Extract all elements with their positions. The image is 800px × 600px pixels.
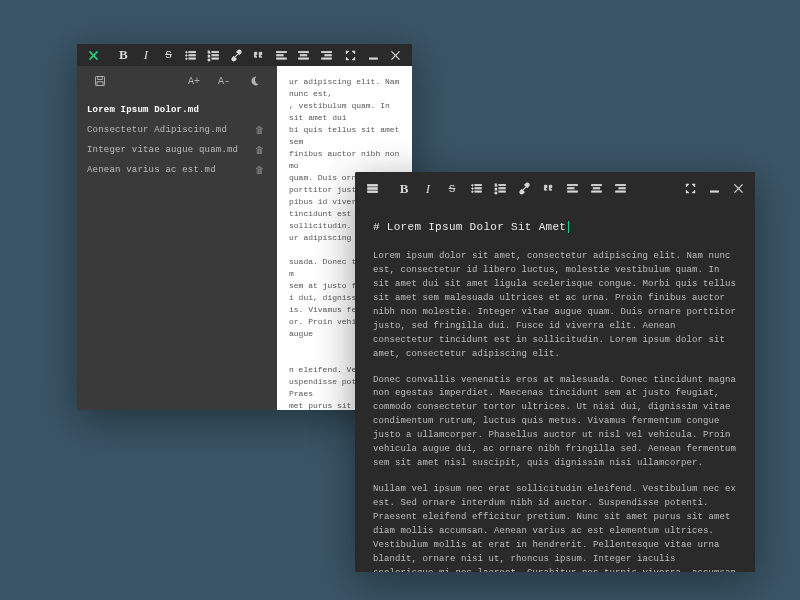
align-left-button[interactable] <box>561 178 583 200</box>
toolbar: B I S 123 <box>355 172 755 205</box>
italic-button[interactable]: I <box>136 44 157 66</box>
svg-rect-9 <box>212 51 219 52</box>
minimize-button[interactable] <box>703 178 725 200</box>
file-item[interactable]: Consectetur Adipiscing.md 🗑 <box>77 120 277 140</box>
svg-rect-43 <box>498 191 505 192</box>
svg-rect-5 <box>189 54 196 55</box>
svg-rect-45 <box>567 188 574 189</box>
paragraph: Nullam vel ipsum nec erat sollicitudin e… <box>373 483 737 572</box>
svg-text:3: 3 <box>494 191 497 195</box>
link-button[interactable] <box>226 44 247 66</box>
svg-rect-3 <box>189 51 196 52</box>
close-sidebar-button[interactable] <box>83 44 104 66</box>
delete-icon[interactable]: 🗑 <box>255 165 267 176</box>
svg-rect-30 <box>367 188 377 190</box>
unordered-list-button[interactable] <box>181 44 202 66</box>
align-right-button[interactable] <box>316 44 337 66</box>
paragraph: Lorem ipsum dolor sit amet, consectetur … <box>373 250 737 362</box>
svg-rect-50 <box>615 184 625 185</box>
svg-rect-53 <box>710 191 718 192</box>
document-heading: # Lorem Ipsum Dolor Sit Amet <box>373 219 737 236</box>
svg-rect-51 <box>618 188 625 189</box>
svg-rect-29 <box>367 184 377 186</box>
ordered-list-button[interactable]: 123 <box>203 44 224 66</box>
svg-rect-41 <box>498 188 505 189</box>
file-item[interactable]: Aenean varius ac est.md 🗑 <box>77 160 277 180</box>
svg-rect-49 <box>591 191 601 192</box>
paragraph: Donec convallis venenatis eros at malesu… <box>373 374 737 472</box>
window-editor: B I S 123 # Lorem Ipsum Dolor Sit Amet L… <box>355 172 755 572</box>
svg-rect-20 <box>321 51 331 52</box>
svg-rect-16 <box>276 57 286 58</box>
svg-rect-44 <box>567 184 577 185</box>
svg-rect-13 <box>212 57 219 58</box>
svg-rect-15 <box>276 54 283 55</box>
svg-rect-31 <box>367 191 377 193</box>
svg-rect-35 <box>474 188 481 189</box>
menu-button[interactable] <box>361 178 383 200</box>
svg-rect-14 <box>276 51 286 52</box>
svg-rect-18 <box>300 54 307 55</box>
strikethrough-button[interactable]: S <box>441 178 463 200</box>
file-item[interactable]: Lorem Ipsum Dolor.md <box>77 100 277 120</box>
toolbar: B I S 123 <box>77 44 412 66</box>
ordered-list-button[interactable]: 123 <box>489 178 511 200</box>
sidebar: A+ A- Lorem Ipsum Dolor.md Consectetur A… <box>77 66 277 410</box>
sidebar-toolbar: A+ A- <box>77 66 277 96</box>
svg-rect-7 <box>189 57 196 58</box>
svg-rect-46 <box>567 191 577 192</box>
svg-rect-23 <box>369 57 377 58</box>
svg-text:3: 3 <box>208 58 211 62</box>
bold-button[interactable]: B <box>113 44 134 66</box>
align-right-button[interactable] <box>609 178 631 200</box>
file-name: Consectetur Adipiscing.md <box>87 125 255 135</box>
svg-rect-47 <box>591 184 601 185</box>
file-list: Lorem Ipsum Dolor.md Consectetur Adipisc… <box>77 96 277 410</box>
svg-rect-27 <box>98 77 103 80</box>
close-button[interactable] <box>727 178 749 200</box>
svg-rect-28 <box>97 82 103 86</box>
svg-point-36 <box>471 191 473 193</box>
svg-rect-11 <box>212 54 219 55</box>
save-icon[interactable] <box>89 70 111 92</box>
editor-dark[interactable]: # Lorem Ipsum Dolor Sit Amet Lorem ipsum… <box>355 205 755 572</box>
file-name: Integer vitae augue quam.md <box>87 145 255 155</box>
svg-point-2 <box>186 51 188 53</box>
link-button[interactable] <box>513 178 535 200</box>
file-name: Lorem Ipsum Dolor.md <box>87 105 267 115</box>
file-item[interactable]: Integer vitae augue quam.md 🗑 <box>77 140 277 160</box>
svg-point-6 <box>186 57 188 59</box>
close-button[interactable] <box>386 44 407 66</box>
align-center-button[interactable] <box>585 178 607 200</box>
svg-rect-33 <box>474 184 481 185</box>
italic-button[interactable]: I <box>417 178 439 200</box>
minimize-button[interactable] <box>363 44 384 66</box>
font-increase-button[interactable]: A+ <box>183 70 205 92</box>
svg-rect-21 <box>325 54 332 55</box>
align-center-button[interactable] <box>293 44 314 66</box>
svg-rect-37 <box>474 191 481 192</box>
file-name: Aenean varius ac est.md <box>87 165 255 175</box>
svg-point-34 <box>471 188 473 190</box>
unordered-list-button[interactable] <box>465 178 487 200</box>
font-decrease-button[interactable]: A- <box>213 70 235 92</box>
svg-rect-19 <box>299 57 309 58</box>
svg-rect-39 <box>498 184 505 185</box>
delete-icon[interactable]: 🗑 <box>255 125 267 136</box>
svg-rect-22 <box>321 57 331 58</box>
svg-rect-48 <box>593 188 600 189</box>
svg-point-4 <box>186 54 188 56</box>
svg-rect-52 <box>615 191 625 192</box>
quote-button[interactable] <box>537 178 559 200</box>
svg-rect-17 <box>299 51 309 52</box>
delete-icon[interactable]: 🗑 <box>255 145 267 156</box>
align-left-button[interactable] <box>271 44 292 66</box>
svg-point-32 <box>471 184 473 186</box>
bold-button[interactable]: B <box>393 178 415 200</box>
fullscreen-button[interactable] <box>340 44 361 66</box>
quote-button[interactable] <box>248 44 269 66</box>
theme-toggle-button[interactable] <box>243 70 265 92</box>
fullscreen-button[interactable] <box>679 178 701 200</box>
strikethrough-button[interactable]: S <box>158 44 179 66</box>
